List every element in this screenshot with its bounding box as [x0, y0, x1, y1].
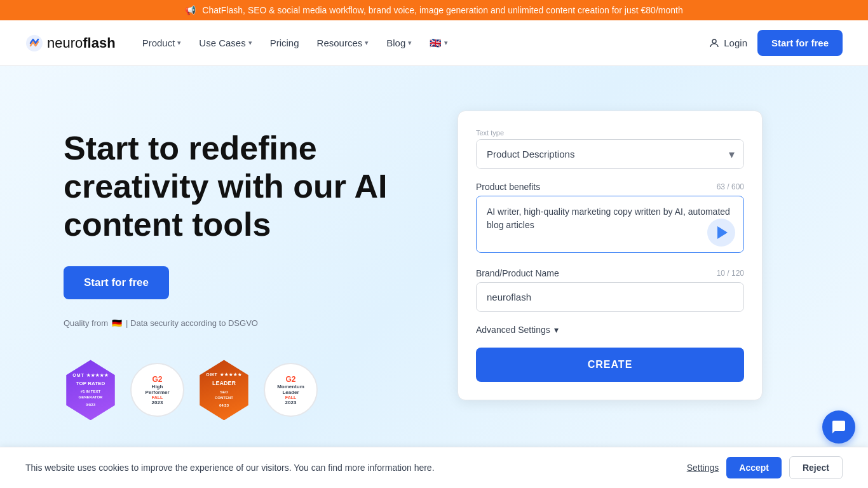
- year2-2023: 2023: [285, 400, 297, 405]
- hero-left: Start to redefine creativity with our AI…: [64, 104, 419, 420]
- form-panel: Text type Product Descriptions Blog Post…: [458, 111, 763, 400]
- text-type-select-wrapper[interactable]: Product Descriptions Blog Post Social Me…: [476, 139, 744, 169]
- megaphone-icon: 📢: [185, 5, 196, 15]
- cookie-text: This website uses cookies to improve the…: [25, 463, 435, 473]
- brand-label-row: Brand/Product Name 10 / 120: [476, 268, 744, 278]
- start-for-free-button[interactable]: Start for free: [757, 30, 843, 56]
- advanced-settings-toggle[interactable]: Advanced Settings ▾: [476, 325, 744, 335]
- product-benefits-input[interactable]: AI writer, high-quality marketing copy w…: [476, 196, 744, 253]
- chevron-down-icon: ▾: [177, 39, 181, 47]
- nav-right: Login Start for free: [709, 30, 843, 56]
- badge-omt2-label: OMT ★★★★★: [206, 372, 242, 379]
- play-button[interactable]: [707, 219, 735, 247]
- cookie-reject-button[interactable]: Reject: [789, 456, 843, 479]
- badge-category: #1 IN TEXTGENERATOR: [79, 389, 103, 400]
- nav-links: Product ▾ Use Cases ▾ Pricing Resources …: [135, 32, 709, 54]
- g2-logo: G2: [152, 375, 162, 384]
- chevron-down-icon: ▾: [408, 39, 412, 47]
- badge-leader-label: LEADER: [212, 379, 236, 388]
- fall2-label: FALL: [285, 395, 297, 400]
- chevron-down-icon: ▾: [365, 39, 369, 47]
- badge-date: 04/23: [86, 402, 95, 408]
- text-type-select[interactable]: Product Descriptions Blog Post Social Me…: [477, 140, 743, 168]
- german-flag-icon: 🇩🇪: [112, 318, 122, 328]
- product-benefits-group: Product benefits 63 / 600 AI writer, hig…: [476, 182, 744, 255]
- chevron-down-icon: ▾: [248, 39, 252, 47]
- nav-item-product[interactable]: Product ▾: [135, 32, 189, 53]
- nav-item-language[interactable]: 🇬🇧 ▾: [422, 32, 456, 54]
- hero-section: Start to redefine creativity with our AI…: [0, 66, 868, 466]
- textarea-wrapper: AI writer, high-quality marketing copy w…: [476, 196, 744, 255]
- flag-icon: 🇬🇧: [430, 37, 442, 49]
- login-label: Login: [724, 37, 747, 48]
- badge-toprated-label: TOP RATED: [76, 380, 105, 388]
- leader-label: Leader: [282, 390, 299, 395]
- chevron-down-icon: ▾: [554, 325, 559, 335]
- nav-item-usecases[interactable]: Use Cases ▾: [191, 32, 259, 53]
- badge-date2: 04/23: [219, 403, 229, 409]
- fall-label: FALL: [152, 395, 163, 400]
- form-card: Text type Product Descriptions Blog Post…: [458, 111, 763, 400]
- badge-omt-label: OMT ★★★★★: [72, 372, 109, 379]
- badge-high-performer: G2 High Performer FALL 2023: [130, 363, 184, 417]
- badge-seo: SEOCONTENT: [215, 390, 233, 401]
- quality-text: Quality from 🇩🇪 | Data security accordin…: [64, 318, 419, 328]
- nav-usecases-label: Use Cases: [199, 37, 245, 48]
- chat-icon: [831, 419, 846, 435]
- svg-point-1: [712, 39, 716, 43]
- advanced-settings-label: Advanced Settings: [476, 325, 550, 335]
- nav-resources-label: Resources: [317, 37, 363, 48]
- nav-item-resources[interactable]: Resources ▾: [309, 32, 377, 53]
- high-performer-label: High: [152, 384, 163, 390]
- brand-name-input[interactable]: [476, 282, 744, 312]
- navbar: neuroflash Product ▾ Use Cases ▾ Pricing…: [0, 20, 868, 66]
- chat-bubble-button[interactable]: [822, 410, 855, 444]
- text-type-group: Text type Product Descriptions Blog Post…: [476, 129, 744, 169]
- year-2023: 2023: [152, 400, 163, 405]
- badge-leader: OMT ★★★★★ LEADER SEOCONTENT 04/23: [197, 360, 251, 420]
- badge-momentum-leader: G2 Momentum Leader FALL 2023: [264, 363, 318, 417]
- nav-blog-label: Blog: [386, 37, 405, 48]
- nav-item-blog[interactable]: Blog ▾: [379, 32, 419, 53]
- brand-name-label: Brand/Product Name: [476, 268, 559, 278]
- text-type-label: Text type: [476, 129, 744, 137]
- badges-section: OMT ★★★★★ TOP RATED #1 IN TEXTGENERATOR …: [64, 360, 419, 420]
- logo-text: neuroflash: [47, 35, 116, 51]
- nav-pricing-label: Pricing: [270, 37, 299, 48]
- user-icon: [709, 37, 720, 49]
- cookie-banner: This website uses cookies to improve the…: [0, 447, 868, 488]
- nav-item-pricing[interactable]: Pricing: [262, 32, 307, 53]
- promo-banner: 📢 ChatFlash, SEO & social media workflow…: [0, 0, 868, 20]
- brand-name-group: Brand/Product Name 10 / 120: [476, 268, 744, 312]
- badge-top-rated: OMT ★★★★★ TOP RATED #1 IN TEXTGENERATOR …: [64, 360, 118, 420]
- product-benefits-label: Product benefits: [476, 182, 540, 192]
- nav-product-label: Product: [142, 37, 175, 48]
- hero-cta-button[interactable]: Start for free: [64, 266, 169, 299]
- g2-logo2: G2: [285, 375, 295, 384]
- logo[interactable]: neuroflash: [25, 34, 116, 52]
- performer-label: Performer: [145, 390, 169, 395]
- benefits-label-row: Product benefits 63 / 600: [476, 182, 744, 192]
- cookie-settings-link[interactable]: Settings: [687, 463, 719, 473]
- cookie-actions: Settings Accept Reject: [687, 456, 843, 479]
- cookie-accept-button[interactable]: Accept: [726, 457, 782, 478]
- momentum-label: Momentum: [277, 384, 304, 390]
- create-button[interactable]: CREATE: [476, 348, 744, 382]
- login-button[interactable]: Login: [709, 37, 747, 49]
- banner-text: ChatFlash, SEO & social media workflow, …: [202, 5, 682, 15]
- quality-label: Quality from: [64, 318, 108, 328]
- play-icon: [717, 226, 728, 239]
- brand-counter: 10 / 120: [717, 269, 744, 278]
- benefits-counter: 63 / 600: [717, 182, 744, 191]
- chevron-down-icon: ▾: [444, 39, 448, 47]
- hero-title: Start to redefine creativity with our AI…: [64, 130, 419, 243]
- dsgvo-text: | Data security according to DSGVO: [126, 318, 258, 328]
